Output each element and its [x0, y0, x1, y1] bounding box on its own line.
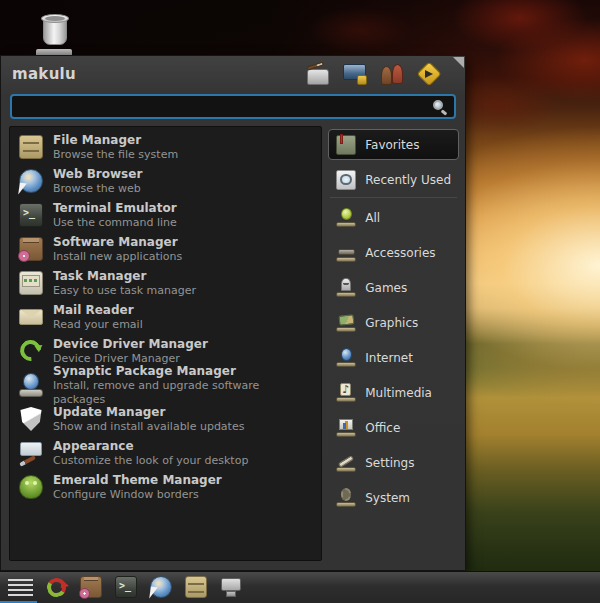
taskbar-launcher[interactable] — [185, 576, 208, 599]
settings-icon — [336, 453, 356, 473]
application-menu: makulu — [0, 55, 466, 571]
category-item[interactable]: System — [328, 482, 459, 513]
resize-grip-icon[interactable] — [453, 57, 464, 68]
menu-body: File Manager Browse the file system Web … — [1, 124, 465, 568]
category-label: Settings — [365, 456, 414, 470]
terminal-icon — [19, 203, 43, 227]
application-title: Synaptic Package Manager — [53, 364, 312, 379]
search-input[interactable] — [10, 94, 456, 119]
application-title: Web Browser — [53, 167, 142, 182]
category-label: All — [365, 211, 380, 225]
category-item[interactable]: Internet — [328, 342, 459, 373]
file-manager-icon — [19, 135, 43, 159]
category-item[interactable]: Multimedia — [328, 377, 459, 408]
categories-list: Favorites Recently Used All Acce — [322, 126, 461, 561]
software-manager-icon — [19, 237, 43, 261]
application-description: Device Driver Manager — [53, 352, 208, 365]
applications-list: File Manager Browse the file system Web … — [9, 126, 322, 561]
category-item[interactable]: Settings — [328, 447, 459, 478]
emerald-icon — [19, 475, 43, 499]
web-browser-icon — [150, 576, 172, 598]
application-description: Show and install available updates — [53, 420, 244, 433]
taskbar-launcher[interactable] — [115, 576, 138, 599]
application-description: Install new applications — [53, 250, 182, 263]
favorites-icon — [336, 135, 356, 155]
category-label: Favorites — [365, 138, 419, 152]
category-item[interactable]: All — [328, 202, 459, 233]
application-item[interactable]: Web Browser Browse the web — [10, 164, 321, 198]
menu-header-actions — [306, 62, 441, 86]
application-item[interactable]: Mail Reader Read your email — [10, 300, 321, 334]
task-manager-icon — [19, 271, 43, 295]
application-item[interactable]: Software Manager Install new application… — [10, 232, 321, 266]
menu-header-button[interactable] — [343, 62, 367, 86]
category-label: Games — [365, 281, 407, 295]
category-item[interactable]: Recently Used — [328, 164, 459, 195]
category-label: Multimedia — [365, 386, 432, 400]
menu-header-button[interactable] — [417, 62, 441, 86]
web-browser-icon — [19, 169, 43, 193]
desktop: makulu — [0, 0, 600, 603]
category-label: Graphics — [365, 316, 418, 330]
application-item[interactable]: Emerald Theme Manager Configure Window b… — [10, 470, 321, 504]
taskbar-launcher[interactable] — [80, 576, 103, 599]
taskbar-launcher[interactable] — [150, 576, 173, 599]
application-title: Terminal Emulator — [53, 201, 177, 216]
application-description: Configure Window borders — [53, 488, 222, 501]
application-item[interactable]: Update Manager Show and install availabl… — [10, 402, 321, 436]
category-label: Accessories — [365, 246, 435, 260]
application-item[interactable]: Device Driver Manager Device Driver Mana… — [10, 334, 321, 368]
application-description: Browse the web — [53, 182, 142, 195]
mail-reader-icon — [19, 305, 43, 329]
taskbar-launcher[interactable] — [220, 576, 243, 599]
application-title: Software Manager — [53, 235, 182, 250]
taskbar-menu-button[interactable] — [6, 577, 36, 599]
application-title: Update Manager — [53, 405, 244, 420]
application-title: Device Driver Manager — [53, 337, 208, 352]
category-item[interactable]: Favorites — [328, 129, 459, 160]
taskbar — [0, 571, 600, 603]
recently-used-icon — [336, 170, 356, 190]
trash-icon[interactable] — [43, 17, 67, 45]
category-item[interactable]: Games — [328, 272, 459, 303]
application-description: Browse the file system — [53, 148, 178, 161]
category-item[interactable]: Graphics — [328, 307, 459, 338]
taskbar-launcher[interactable] — [45, 576, 68, 599]
application-item[interactable]: Appearance Customize the look of your de… — [10, 436, 321, 470]
application-title: File Manager — [53, 133, 178, 148]
accessories-icon — [336, 243, 356, 263]
category-item[interactable]: Office — [328, 412, 459, 443]
category-item[interactable]: Accessories — [328, 237, 459, 268]
category-label: Recently Used — [365, 173, 451, 187]
search-icon — [433, 100, 447, 114]
device-driver-icon — [19, 339, 43, 363]
application-description: Use the command line — [53, 216, 177, 229]
application-item[interactable]: File Manager Browse the file system — [10, 130, 321, 164]
office-icon — [336, 418, 356, 438]
switch-user-icon — [380, 62, 404, 86]
application-item[interactable]: Terminal Emulator Use the command line — [10, 198, 321, 232]
system-icon — [336, 488, 356, 508]
synaptic-icon — [19, 373, 43, 397]
menu-header: makulu — [1, 56, 465, 92]
application-item[interactable]: Task Manager Easy to use task manager — [10, 266, 321, 300]
appearance-icon — [19, 441, 43, 465]
application-item[interactable]: Synaptic Package Manager Install, remove… — [10, 368, 321, 402]
search-bar — [10, 94, 456, 119]
application-description: Install, remove and upgrade software pac… — [53, 379, 312, 405]
application-title: Emerald Theme Manager — [53, 473, 222, 488]
file-manager-icon — [185, 576, 207, 598]
taskbar-launchers — [45, 576, 243, 599]
games-icon — [336, 278, 356, 298]
multimedia-icon — [336, 383, 356, 403]
application-description: Customize the look of your desktop — [53, 454, 248, 467]
desktop-tools-icon — [306, 62, 330, 86]
software-manager-icon — [80, 576, 102, 598]
application-description: Read your email — [53, 318, 143, 331]
all-icon — [336, 208, 356, 228]
menu-header-button[interactable] — [380, 62, 404, 86]
category-label: Office — [365, 421, 400, 435]
quit-icon — [417, 62, 441, 86]
lock-screen-icon — [343, 62, 367, 86]
menu-header-button[interactable] — [306, 62, 330, 86]
